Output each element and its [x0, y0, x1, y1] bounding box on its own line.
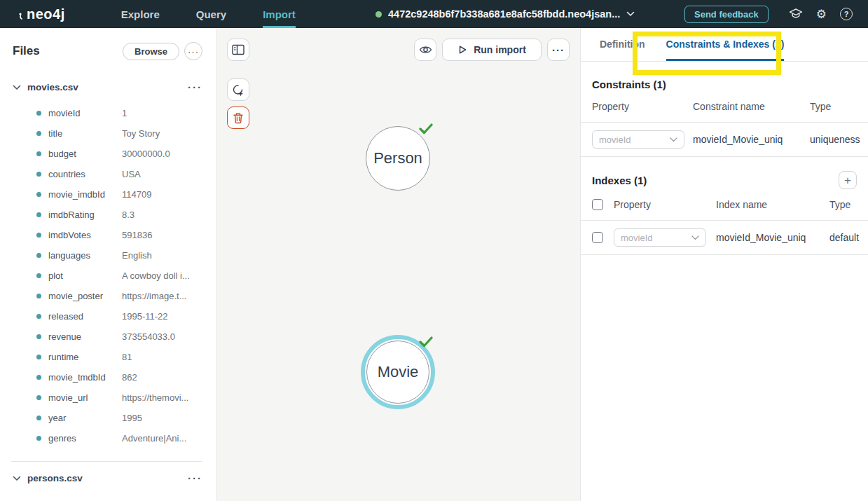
- constraint-type: uniqueness: [810, 134, 860, 145]
- field-bullet-icon: [36, 111, 41, 116]
- files-divider: [11, 461, 202, 462]
- toggle-sidebar-button[interactable]: [227, 39, 249, 61]
- node-movie-circle[interactable]: Movie: [366, 341, 429, 404]
- files-more-button[interactable]: ···: [184, 42, 202, 60]
- file-more-button[interactable]: ···: [188, 472, 202, 484]
- csv-field-row[interactable]: revenue 373554033.0: [36, 327, 202, 347]
- csv-field-row[interactable]: imdbRating 8.3: [36, 205, 202, 225]
- csv-field-row[interactable]: runtime 81: [36, 347, 202, 367]
- csv-field-row[interactable]: genres Adventure|Ani...: [36, 428, 202, 448]
- nav-tabs: Explore Query Import: [121, 0, 296, 28]
- node-person[interactable]: Person: [366, 126, 430, 191]
- csv-field-row[interactable]: movie_url https://themovi...: [36, 387, 202, 408]
- canvas-actions: Run import ···: [414, 39, 570, 61]
- browse-files-button[interactable]: Browse: [123, 43, 179, 60]
- column-property: Property: [614, 199, 716, 210]
- neo4j-logo-mark: [18, 11, 25, 21]
- panel-layout-icon: [232, 44, 244, 55]
- field-name: countries: [48, 169, 122, 179]
- add-index-button[interactable]: +: [839, 171, 857, 189]
- csv-field-row[interactable]: movie_tmdbId 862: [36, 367, 202, 387]
- field-bullet-icon: [36, 192, 41, 197]
- constraints-table-row: movieId movieId_Movie_uniq uniqueness: [581, 123, 868, 156]
- node-movie[interactable]: Movie: [361, 335, 435, 409]
- help-icon[interactable]: ?: [840, 8, 853, 20]
- add-node-button[interactable]: [227, 78, 249, 101]
- tab-definition[interactable]: Definition: [600, 39, 645, 61]
- csv-field-row[interactable]: title Toy Story: [36, 123, 202, 144]
- csv-field-row[interactable]: year 1995: [36, 408, 202, 428]
- csv-field-row[interactable]: movie_poster https://image.t...: [36, 286, 202, 306]
- node-label: Movie: [378, 363, 419, 381]
- csv-field-row[interactable]: plot A cowboy doll i...: [36, 266, 202, 286]
- csv-field-row[interactable]: movieId 1: [36, 103, 202, 123]
- checkmark-icon: [419, 336, 433, 348]
- nav-tab-query[interactable]: Query: [196, 0, 226, 28]
- csv-field-row[interactable]: languages English: [36, 245, 202, 266]
- csv-field-row[interactable]: imdbVotes 591836: [36, 225, 202, 245]
- connection-selector[interactable]: 4472c9248b6f7b338a681e8afc58fbdd.neo4jsa…: [376, 0, 635, 28]
- field-name: revenue: [48, 331, 122, 342]
- canvas-more-button[interactable]: ···: [547, 39, 570, 61]
- file-more-button[interactable]: ···: [188, 81, 202, 93]
- field-bullet-icon: [36, 212, 41, 217]
- education-icon[interactable]: [789, 8, 803, 20]
- constraint-name: movieId_Movie_uniq: [693, 134, 810, 145]
- file-row-movies-csv[interactable]: movies.csv ···: [13, 81, 202, 93]
- file-row-persons-csv[interactable]: persons.csv ···: [13, 472, 202, 484]
- top-navbar: neo4j Explore Query Import 4472c9248b6f7…: [0, 0, 868, 28]
- trash-icon: [233, 112, 244, 124]
- field-sample-value: 862: [122, 372, 137, 383]
- run-import-label: Run import: [474, 44, 526, 55]
- tab-constraints-indexes[interactable]: Constraints & Indexes (2): [666, 39, 785, 61]
- index-property-select[interactable]: movieId: [614, 228, 706, 247]
- field-bullet-icon: [36, 355, 41, 359]
- field-bullet-icon: [36, 273, 41, 278]
- run-import-button[interactable]: Run import: [442, 39, 542, 61]
- select-all-checkbox[interactable]: [592, 199, 603, 210]
- divider: [581, 254, 868, 255]
- constraints-table-header: Property Constraint name Type: [581, 91, 868, 122]
- navbar-right-group: Send feedback ⚙ ?: [684, 0, 853, 28]
- logo-text: neo4j: [27, 6, 65, 22]
- index-row-checkbox[interactable]: [592, 232, 603, 243]
- preview-eye-button[interactable]: [414, 39, 436, 61]
- node-person-circle[interactable]: Person: [366, 126, 430, 191]
- field-sample-value: 81: [122, 352, 132, 362]
- csv-field-row[interactable]: budget 30000000.0: [36, 144, 202, 164]
- files-header: Files Browse ···: [13, 42, 202, 60]
- field-sample-value: 30000000.0: [122, 149, 170, 159]
- settings-gear-icon[interactable]: ⚙: [816, 7, 827, 22]
- file-name: movies.csv: [27, 82, 181, 92]
- csv-field-row[interactable]: countries USA: [36, 164, 202, 184]
- field-name: plot: [48, 270, 122, 281]
- files-panel: Files Browse ··· movies.csv ··· movieId …: [0, 28, 217, 501]
- field-name: budget: [48, 149, 122, 159]
- column-type: Type: [829, 199, 857, 210]
- constraint-property-select[interactable]: movieId: [592, 130, 684, 149]
- field-name: movie_tmdbId: [48, 372, 122, 383]
- index-name: movieId_Movie_uniq: [716, 232, 829, 243]
- field-bullet-icon: [36, 131, 41, 136]
- details-panel-tabs: Definition Constraints & Indexes (2): [581, 28, 868, 62]
- field-bullet-icon: [36, 314, 41, 319]
- field-bullet-icon: [36, 151, 41, 156]
- field-bullet-icon: [36, 233, 41, 238]
- csv-field-row[interactable]: released 1995-11-22: [36, 306, 202, 327]
- column-constraint-name: Constraint name: [693, 101, 810, 112]
- send-feedback-button[interactable]: Send feedback: [684, 6, 769, 23]
- field-sample-value: USA: [122, 169, 141, 179]
- field-sample-value: https://themovi...: [122, 392, 188, 403]
- field-sample-value: 1995-11-22: [122, 311, 168, 322]
- play-icon: [457, 45, 467, 55]
- ellipsis-icon: ···: [552, 44, 565, 56]
- constraint-property-value: movieId: [599, 135, 670, 145]
- graph-canvas[interactable]: Run import ··· Person Movie: [217, 28, 580, 501]
- nav-tab-explore[interactable]: Explore: [121, 0, 160, 28]
- nav-tab-import[interactable]: Import: [263, 0, 296, 28]
- delete-button[interactable]: [227, 107, 249, 129]
- csv-field-row[interactable]: movie_imdbId 114709: [36, 184, 202, 205]
- field-sample-value: 1995: [122, 413, 142, 423]
- field-name: languages: [48, 250, 122, 261]
- field-name: year: [48, 413, 122, 423]
